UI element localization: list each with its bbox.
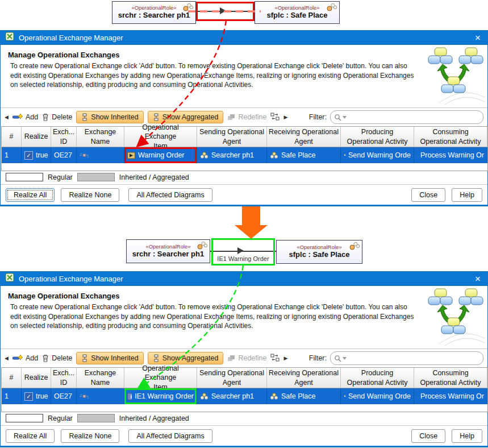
item-info-icon: i (127, 393, 132, 400)
row-producing-cell[interactable]: Send Warning Orde (341, 147, 414, 163)
all-affected-diagrams-button[interactable]: All Affected Diagrams (128, 429, 212, 443)
col-header-receiving[interactable]: Receiving Operational Agent (267, 368, 341, 388)
delete-label: Delete (52, 113, 72, 121)
row-num-cell[interactable]: 1 (2, 147, 22, 163)
title-bar[interactable]: Operational Exchange Manager × (1, 30, 487, 45)
col-header-exchange-name[interactable]: Exchange Name (77, 368, 124, 388)
node-safe-place[interactable]: «OperationalRole» sfplc : Safe Place (255, 1, 340, 24)
producing-label: Send Warning Orde (348, 151, 411, 159)
exchange-table: # Realize Exch... ID Exchange Name Opera… (1, 126, 488, 171)
all-affected-diagrams-button[interactable]: All Affected Diagrams (128, 188, 212, 202)
table-empty-area (2, 404, 487, 412)
title-bar[interactable]: Operational Exchange Manager × (1, 271, 487, 286)
exchange-diagram-illustration (422, 46, 486, 107)
add-button[interactable]: Add (12, 113, 38, 121)
col-header-item[interactable]: Operational Exchange Item (124, 368, 197, 388)
close-icon[interactable]: × (475, 274, 481, 284)
realize-none-button[interactable]: Realize None (61, 429, 119, 443)
delete-button[interactable]: Delete (42, 113, 72, 121)
col-header-sending[interactable]: Sending Operational Agent (197, 368, 267, 388)
row-receiving-cell[interactable]: Safe Place (267, 147, 341, 163)
close-icon[interactable]: × (475, 33, 481, 43)
realize-checkbox[interactable]: ✓ (24, 392, 33, 401)
display-related-elements-button[interactable] (270, 113, 280, 122)
row-realize-cell[interactable]: ✓ true (22, 147, 51, 163)
realize-checkbox[interactable]: ✓ (24, 151, 33, 160)
agent-icon (270, 393, 278, 400)
help-button[interactable]: Help (452, 188, 482, 202)
row-exchange-name-cell[interactable] (77, 388, 124, 404)
toolbar-scroll-left-icon[interactable]: ◀ (5, 114, 9, 120)
toolbar-scroll-left-icon[interactable]: ◀ (5, 355, 9, 361)
close-button[interactable]: Close (411, 188, 445, 202)
row-item-cell[interactable]: Warning Order (124, 147, 197, 163)
realize-none-button[interactable]: Realize None (61, 188, 119, 202)
col-header-realize[interactable]: Realize (22, 368, 51, 388)
col-header-exchange-name[interactable]: Exchange Name (77, 127, 124, 147)
display-related-elements-button[interactable] (270, 354, 280, 363)
col-header-producing[interactable]: Producing Operational Activity (341, 368, 414, 388)
col-header-sending[interactable]: Sending Operational Agent (197, 127, 267, 147)
exchange-table: # Realize Exch... ID Exchange Name Opera… (1, 367, 488, 412)
close-button[interactable]: Close (411, 429, 445, 443)
node-searcher[interactable]: «OperationalRole» srchr : Searcher ph1 (126, 239, 210, 263)
col-header-producing[interactable]: Producing Operational Activity (341, 127, 414, 147)
delete-label: Delete (52, 354, 72, 362)
realize-value: true (36, 151, 48, 159)
col-header-exch-id[interactable]: Exch... ID (51, 127, 77, 147)
row-num-cell[interactable]: 1 (2, 388, 22, 404)
row-producing-cell[interactable]: Send Warning Orde (341, 388, 414, 404)
toolbar-scroll-right-icon[interactable]: ▶ (283, 114, 287, 120)
legend: Regular Inherited / Aggregated (6, 414, 189, 422)
consuming-label: Process Warning Or (420, 151, 484, 159)
exchange-diagram-illustration (422, 287, 486, 349)
row-exch-id-cell[interactable]: OE27 (51, 388, 77, 404)
toolbar: ◀ Add Delete Show Inherited Show Aggrega… (1, 350, 487, 367)
row-exchange-name-cell[interactable] (77, 147, 124, 163)
consuming-label: Process Warning Or (420, 392, 484, 400)
col-header-consuming[interactable]: Consuming Operational Activity (414, 368, 487, 388)
redefine-icon (227, 114, 235, 121)
node-safe-place[interactable]: «OperationalRole» sfplc : Safe Place (276, 240, 362, 264)
button-bar: Realize All Realize None All Affected Di… (1, 184, 487, 205)
realize-all-button[interactable]: Realize All (6, 188, 55, 202)
col-header-num[interactable]: # (2, 368, 22, 388)
row-consuming-cell[interactable]: Process Warning Or (414, 388, 487, 404)
toolbar-scroll-right-icon[interactable]: ▶ (283, 355, 287, 361)
col-header-receiving[interactable]: Receiving Operational Agent (267, 127, 341, 147)
node-searcher[interactable]: «OperationalRole» srchr : Searcher ph1 (112, 1, 196, 24)
col-header-realize[interactable]: Realize (22, 127, 51, 147)
svg-text:i: i (131, 393, 132, 400)
show-inherited-toggle[interactable]: Show Inherited (76, 352, 143, 364)
row-item-cell[interactable]: i IE1 Warning Order (124, 388, 197, 404)
row-exch-id-cell[interactable]: OE27 (51, 147, 77, 163)
delete-button[interactable]: Delete (42, 354, 72, 362)
filter-box[interactable] (330, 351, 483, 365)
caret-down-icon (343, 116, 347, 119)
redefine-button[interactable]: Redefine (227, 113, 266, 121)
filter-input[interactable] (348, 113, 479, 122)
col-header-exch-id[interactable]: Exch... ID (51, 368, 77, 388)
redefine-button[interactable]: Redefine (227, 354, 266, 362)
help-button[interactable]: Help (452, 429, 482, 443)
row-receiving-cell[interactable]: Safe Place (267, 388, 341, 404)
regular-label: Regular (48, 414, 73, 422)
row-consuming-cell[interactable]: Process Warning Or (414, 147, 487, 163)
show-aggregated-toggle[interactable]: Show Aggregated (148, 111, 224, 123)
col-header-consuming[interactable]: Consuming Operational Activity (414, 127, 487, 147)
col-header-item[interactable]: Operational Exchange Item (124, 127, 197, 147)
show-aggregated-toggle[interactable]: Show Aggregated (148, 352, 224, 364)
show-inherited-toggle[interactable]: Show Inherited (76, 111, 143, 123)
col-header-num[interactable]: # (2, 127, 22, 147)
filter-input[interactable] (348, 354, 479, 363)
node-name: srchr : Searcher ph1 (132, 250, 204, 259)
node-name: sfplc : Safe Place (267, 11, 328, 20)
operational-role-icon (197, 241, 208, 252)
dialog-heading: Manage Operational Exchanges (8, 292, 487, 300)
filter-box[interactable] (330, 110, 483, 124)
add-button[interactable]: Add (12, 354, 38, 362)
row-sending-cell[interactable]: Searcher ph1 (197, 147, 267, 163)
row-realize-cell[interactable]: ✓ true (22, 388, 51, 404)
row-sending-cell[interactable]: Searcher ph1 (197, 388, 267, 404)
realize-all-button[interactable]: Realize All (6, 429, 55, 443)
